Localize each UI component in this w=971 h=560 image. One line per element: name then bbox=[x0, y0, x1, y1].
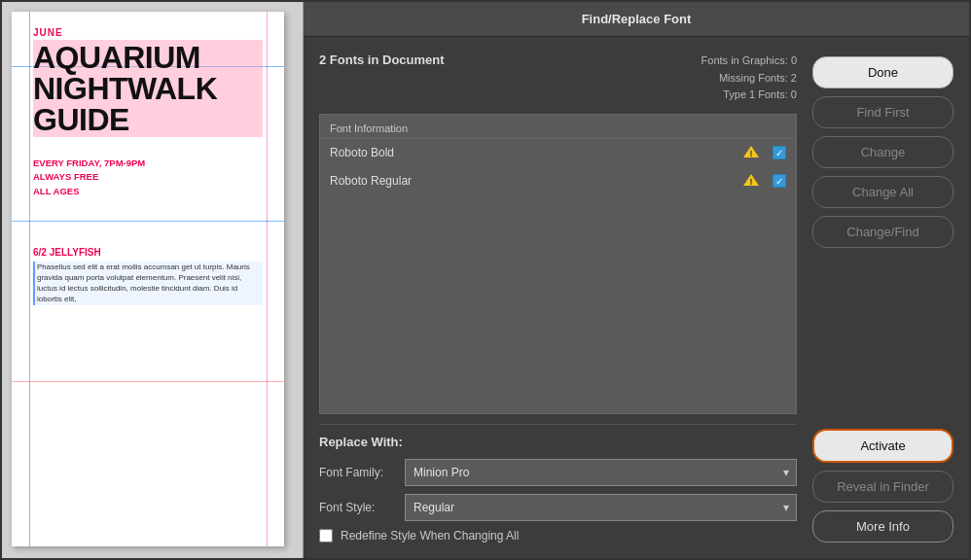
font-family-select-wrapper: Minion Pro Adobe Garamond Times New Roma… bbox=[405, 459, 797, 486]
doc-subtitle: EVERY FRIDAY, 7PM-9PM ALWAYS FREE ALL AG… bbox=[33, 157, 263, 198]
font-name-roboto-bold: Roboto Bold bbox=[330, 146, 743, 159]
font-style-row: Font Style: Regular Bold Italic Bold Ita… bbox=[319, 494, 797, 521]
type1-fonts: Type 1 Fonts: 0 bbox=[701, 87, 797, 104]
font-name-roboto-regular: Roboto Regular bbox=[330, 174, 743, 188]
month-label: JUNE bbox=[33, 27, 263, 38]
replace-section: Replace With: Font Family: Minion Pro Ad… bbox=[319, 424, 797, 542]
font-family-label: Font Family: bbox=[319, 466, 397, 479]
font-style-select[interactable]: Regular Bold Italic Bold Italic bbox=[405, 494, 797, 521]
document-page: JUNE AQUARIUM NIGHTWALK GUIDE EVERY FRID… bbox=[12, 12, 284, 546]
dialog-panel: Find/Replace Font 2 Fonts in Document Fo… bbox=[304, 2, 969, 558]
warning-icon-roboto-regular: ! bbox=[743, 173, 759, 190]
font-summary: 2 Fonts in Document Fonts in Graphics: 0… bbox=[319, 52, 797, 104]
reveal-in-finder-button[interactable]: Reveal in Finder bbox=[812, 471, 953, 503]
checkbox-roboto-regular[interactable]: ✓ bbox=[773, 174, 786, 188]
document-panel: JUNE AQUARIUM NIGHTWALK GUIDE EVERY FRID… bbox=[2, 2, 304, 558]
font-stats: Fonts in Graphics: 0 Missing Fonts: 2 Ty… bbox=[701, 52, 797, 104]
event-body: Phasellus sed elit a erat mollis accumsa… bbox=[33, 262, 263, 305]
svg-text:!: ! bbox=[750, 149, 753, 158]
font-style-select-wrapper: Regular Bold Italic Bold Italic bbox=[405, 494, 797, 521]
doc-title: AQUARIUM NIGHTWALK GUIDE bbox=[33, 40, 263, 137]
checkbox-roboto-bold[interactable]: ✓ bbox=[773, 146, 786, 159]
doc-content: JUNE AQUARIUM NIGHTWALK GUIDE EVERY FRID… bbox=[12, 12, 284, 313]
warning-icon-roboto-bold: ! bbox=[743, 145, 759, 161]
redefine-style-label: Redefine Style When Changing All bbox=[341, 529, 519, 542]
more-info-button[interactable]: More Info bbox=[812, 510, 953, 542]
redefine-style-row: Redefine Style When Changing All bbox=[319, 529, 797, 542]
dialog-sidebar: Done Find First Change Change All Change… bbox=[812, 52, 953, 542]
done-button[interactable]: Done bbox=[812, 56, 953, 88]
redefine-style-checkbox[interactable] bbox=[319, 529, 333, 542]
font-list-header: Font Information bbox=[320, 119, 796, 139]
activate-button[interactable]: Activate bbox=[812, 429, 953, 463]
find-first-button[interactable]: Find First bbox=[812, 96, 953, 128]
change-find-button[interactable]: Change/Find bbox=[812, 216, 953, 248]
font-style-label: Font Style: bbox=[319, 501, 397, 514]
dialog-title: Find/Replace Font bbox=[582, 12, 692, 26]
guide-line-horizontal-3 bbox=[12, 381, 284, 382]
dialog-titlebar: Find/Replace Font bbox=[304, 2, 969, 37]
svg-text:!: ! bbox=[750, 177, 753, 187]
missing-fonts: Missing Fonts: 2 bbox=[701, 70, 797, 88]
change-all-button[interactable]: Change All bbox=[812, 176, 953, 208]
font-info-header: Font Information bbox=[330, 122, 408, 134]
font-list-item-roboto-regular[interactable]: Roboto Regular ! ✓ bbox=[320, 167, 796, 195]
main-container: JUNE AQUARIUM NIGHTWALK GUIDE EVERY FRID… bbox=[0, 0, 971, 560]
font-family-select[interactable]: Minion Pro Adobe Garamond Times New Roma… bbox=[405, 459, 797, 486]
font-family-row: Font Family: Minion Pro Adobe Garamond T… bbox=[319, 459, 797, 486]
dialog-body: 2 Fonts in Document Fonts in Graphics: 0… bbox=[304, 37, 969, 558]
fonts-in-graphics: Fonts in Graphics: 0 bbox=[701, 52, 797, 70]
font-count: 2 Fonts in Document bbox=[319, 52, 445, 67]
replace-with-label: Replace With: bbox=[319, 435, 797, 449]
font-list-container: Font Information Roboto Bold ! ✓ bbox=[319, 114, 797, 414]
event-title: 6/2 JELLYFISH bbox=[33, 247, 263, 258]
font-list-item-roboto-bold[interactable]: Roboto Bold ! ✓ bbox=[320, 139, 796, 167]
dialog-main: 2 Fonts in Document Fonts in Graphics: 0… bbox=[319, 52, 797, 542]
spacer bbox=[812, 256, 953, 421]
change-button[interactable]: Change bbox=[812, 136, 953, 168]
